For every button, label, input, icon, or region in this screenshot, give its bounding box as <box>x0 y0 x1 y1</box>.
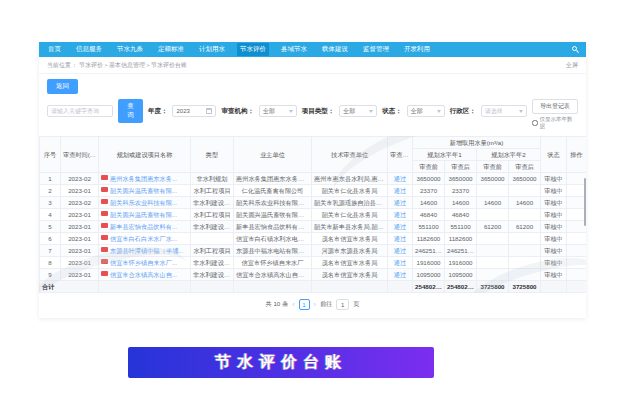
table-row: 9 2023-01 信宜市合水镇高水山自... 非水利建设项目 信宜市合水镇高水… <box>40 269 587 281</box>
cell-status: 审核中 <box>541 221 567 233</box>
project-name-link[interactable]: 信宜市白石白米水厂水... <box>110 235 177 242</box>
cell-conclusion: 通过 <box>388 269 413 281</box>
cell-y1-after: 46840 <box>445 209 477 221</box>
region-placeholder: 请选择 <box>485 107 503 116</box>
cell-tech: 茂名市信宜市水务局 <box>312 257 388 269</box>
cell-name: 惠州水务集团惠东水务... <box>99 173 191 185</box>
nav-item[interactable]: 信息服务 <box>73 43 105 56</box>
nav-item[interactable]: 县域节水 <box>278 43 310 56</box>
cell-y2-before <box>477 257 509 269</box>
col-header-owner: 业主单位 <box>234 137 312 173</box>
year-picker[interactable]: 2023 <box>172 105 216 117</box>
cell-op <box>567 257 587 269</box>
nav-item[interactable]: 定额标准 <box>155 43 187 56</box>
col-header-after-2: 审查后 <box>509 161 541 173</box>
col-header-tech: 技术审查单位 <box>312 137 388 173</box>
cell-conclusion: 通过 <box>388 209 413 221</box>
filter-left-group: 查询 年度： 2023 审查机构： 全部 项目类型： 全部 状态： <box>47 99 527 123</box>
agency-select[interactable]: 全部 <box>259 105 297 117</box>
project-name-link[interactable]: 东源县叶潭镇中福（半埔... <box>110 247 183 254</box>
cell-op <box>567 269 587 281</box>
cell-name: 新丰县宏怡食品饮料有... <box>99 221 191 233</box>
col-header-status: 状态 <box>541 137 567 173</box>
goto-suffix: 页 <box>353 300 359 309</box>
cell-y2-after <box>509 269 541 281</box>
page: 首页 信息服务 节水九条 定额标准 计划用水 节水评价 县域节水 载体建设 监督… <box>0 0 624 419</box>
export-register-button[interactable]: 导出登记表 <box>532 99 578 114</box>
project-name-link[interactable]: 韶关圆兴温氏畜牧有限... <box>110 211 177 218</box>
total-row: 合计 254802310 254802310 3725800 3725800 <box>40 281 587 293</box>
only-current-year-checkbox[interactable] <box>532 120 538 126</box>
fullscreen-toggle[interactable]: 全屏 <box>566 61 578 70</box>
cell-status: 审核中 <box>541 245 567 257</box>
cell-owner: 新丰县宏怡食品饮料有限公司 <box>234 221 312 233</box>
ledger-table: 序号 审查时间(月) 规划或建设项目名称 类型 业主单位 技术审查单位 审查结论… <box>39 136 586 293</box>
col-header-op: 操作 <box>567 137 587 173</box>
project-name-link[interactable]: 信宜市合水镇高水山自... <box>110 271 177 278</box>
only-current-year-label: 仅显示本年数据 <box>540 116 578 130</box>
goto-prefix: 前往 <box>320 300 332 309</box>
cell-status: 审核中 <box>541 233 567 245</box>
cell-y2-after <box>509 257 541 269</box>
cell-y1-before: 3650000 <box>413 173 445 185</box>
cell-no: 5 <box>40 221 61 233</box>
cell-month: 2023-01 <box>61 221 99 233</box>
scrollbar-thumb[interactable] <box>584 178 586 226</box>
cell-no: 3 <box>40 197 61 209</box>
col-header-month: 审查时间(月) <box>61 137 99 173</box>
nav-item[interactable]: 首页 <box>45 43 64 56</box>
filter-bar: 查询 年度： 2023 审查机构： 全部 项目类型： 全部 状态： <box>39 97 586 134</box>
goto-page-input[interactable] <box>336 299 349 310</box>
cell-y2-before <box>477 269 509 281</box>
filter-right-group: 导出登记表 仅显示本年数据 <box>532 99 578 130</box>
cell-type: 非水利建设项目 <box>191 197 234 209</box>
cell-no: 1 <box>40 173 61 185</box>
query-button[interactable]: 查询 <box>118 99 143 123</box>
region-select[interactable]: 请选择 <box>481 105 527 117</box>
table-row: 7 2023-01 东源县叶潭镇中福（半埔... 水利工程项目 东源县中福水电站… <box>40 245 587 257</box>
cell-conclusion: 通过 <box>388 197 413 209</box>
project-name-link[interactable]: 信宜市怀乡镇自来水厂... <box>110 259 177 266</box>
nav-item[interactable]: 载体建设 <box>319 43 351 56</box>
search-icon[interactable] <box>571 45 580 54</box>
total-label: 合计 <box>40 281 99 293</box>
project-name-link[interactable]: 惠州水务集团惠东水务... <box>110 175 177 182</box>
status-select[interactable]: 全部 <box>407 105 445 117</box>
nav-item[interactable]: 监督管理 <box>360 43 392 56</box>
nav-item[interactable]: 节水九条 <box>114 43 146 56</box>
page-number-button[interactable]: 1 <box>299 299 310 310</box>
cell-y2-after: 3650000 <box>509 173 541 185</box>
nav-item[interactable]: 计划用水 <box>196 43 228 56</box>
nav-item[interactable]: 开发利用 <box>401 43 433 56</box>
year-value: 2023 <box>176 108 189 114</box>
keyword-search-input[interactable] <box>47 105 113 117</box>
cell-name: 韶关圆兴温氏畜牧有限... <box>99 209 191 221</box>
magnifier-glyph <box>572 46 577 51</box>
project-type-select[interactable]: 全部 <box>339 105 377 117</box>
page-title: 节水评价台账 <box>215 352 347 373</box>
total-empty <box>312 281 388 293</box>
next-page-button[interactable]: › <box>314 301 316 308</box>
table-row: 1 2023-02 惠州水务集团惠东水务... 非水利规划 惠州水务集团惠东水务… <box>40 173 587 185</box>
project-type-value: 全部 <box>343 107 355 116</box>
doc-badge-icon <box>101 271 108 276</box>
prev-page-button[interactable]: ‹ <box>292 301 294 308</box>
cell-owner: 信宜市怀乡镇自来水厂 <box>234 257 312 269</box>
cell-month: 2023-01 <box>61 269 99 281</box>
back-button[interactable]: 返回 <box>47 79 78 94</box>
project-name-link[interactable]: 韶关圆兴温氏畜牧有限... <box>110 187 177 194</box>
col-header-no: 序号 <box>40 137 61 173</box>
cell-tech: 惠州市惠东县水利局,惠州市... <box>312 173 388 185</box>
cell-type: 非水利建设项目 <box>191 221 234 233</box>
project-name-link[interactable]: 新丰县宏怡食品饮料有... <box>110 223 177 230</box>
status-value: 全部 <box>411 107 423 116</box>
nav-item[interactable]: 节水评价 <box>237 43 269 56</box>
cell-y1-before: 1182600 <box>413 233 445 245</box>
cell-op <box>567 233 587 245</box>
region-label: 行政区： <box>450 107 476 116</box>
col-header-year1: 规划水平年1 <box>413 149 477 161</box>
cell-type: 非水利建设项目 <box>191 257 234 269</box>
project-name-link[interactable]: 韶关科乐农业科技有限... <box>110 199 177 206</box>
cell-no: 4 <box>40 209 61 221</box>
total-y2-after: 3725800 <box>509 281 541 293</box>
